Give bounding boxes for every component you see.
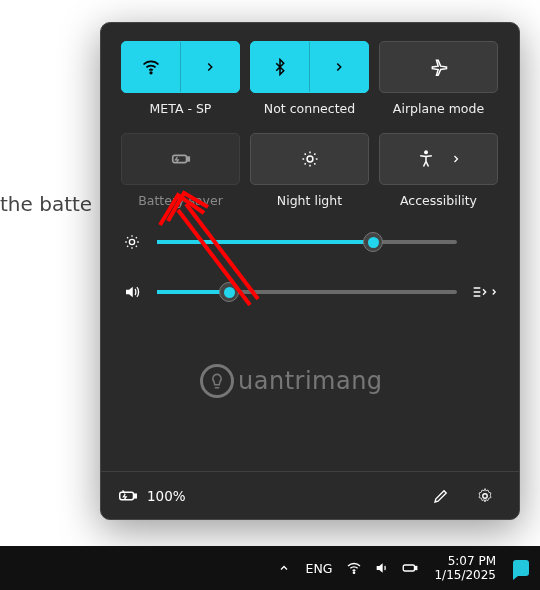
- svg-rect-13: [416, 567, 418, 570]
- airplane-label: Airplane mode: [379, 101, 498, 119]
- svg-point-0: [150, 72, 152, 74]
- svg-point-3: [307, 156, 313, 162]
- settings-button[interactable]: [467, 478, 503, 514]
- chevron-right-icon: [203, 60, 217, 74]
- night-light-label: Night light: [250, 193, 369, 211]
- svg-point-8: [483, 493, 488, 498]
- svg-rect-6: [120, 492, 134, 499]
- edit-quick-settings-button[interactable]: [423, 478, 459, 514]
- background-article-text: the batte: [0, 192, 92, 216]
- volume-row: [121, 283, 499, 301]
- speaker-icon: [121, 283, 143, 301]
- chevron-up-icon: [278, 562, 290, 574]
- bluetooth-toggle[interactable]: [251, 42, 310, 92]
- night-light-tile[interactable]: [250, 133, 369, 185]
- tiles-row-2-labels: Battery saver Night light Accessibility: [121, 193, 499, 211]
- taskbar: ENG 5:07 PM 1/15/2025: [0, 546, 540, 590]
- tiles-row-2: [121, 133, 499, 185]
- svg-point-4: [424, 151, 427, 154]
- svg-rect-2: [187, 157, 189, 161]
- tray-volume-button[interactable]: [370, 546, 394, 590]
- bluetooth-icon: [271, 58, 289, 76]
- wifi-icon: [141, 57, 161, 77]
- svg-rect-1: [172, 155, 186, 162]
- pencil-icon: [432, 487, 450, 505]
- accessibility-icon: [416, 149, 436, 169]
- battery-icon: [401, 559, 419, 577]
- tray-battery-button[interactable]: [398, 546, 422, 590]
- battery-saver-icon: [170, 148, 192, 170]
- svg-point-11: [354, 572, 355, 573]
- battery-status[interactable]: 100%: [117, 485, 186, 507]
- battery-charging-icon: [117, 485, 139, 507]
- svg-point-5: [129, 239, 134, 244]
- tray-wifi-button[interactable]: [342, 546, 366, 590]
- wifi-expand[interactable]: [181, 42, 239, 92]
- audio-output-expand[interactable]: [471, 284, 499, 300]
- brightness-icon: [121, 233, 143, 251]
- speaker-icon: [374, 560, 390, 576]
- volume-slider[interactable]: [157, 290, 457, 294]
- brightness-slider[interactable]: [157, 240, 457, 244]
- notifications-button[interactable]: [508, 546, 532, 590]
- tiles-row-1: [121, 41, 499, 93]
- slider-section: [121, 233, 499, 301]
- night-light-icon: [300, 149, 320, 169]
- tray-overflow-button[interactable]: [272, 546, 296, 590]
- wifi-toggle[interactable]: [122, 42, 181, 92]
- taskbar-time: 5:07 PM: [434, 554, 496, 568]
- battery-saver-label: Battery saver: [121, 193, 240, 211]
- accessibility-label: Accessibility: [379, 193, 498, 211]
- taskbar-date: 1/15/2025: [434, 568, 496, 582]
- svg-rect-7: [134, 494, 136, 498]
- battery-percent-label: 100%: [147, 488, 186, 504]
- airplane-mode-tile[interactable]: [379, 41, 498, 93]
- tiles-row-1-labels: META - SP Not connected Airplane mode: [121, 101, 499, 119]
- wifi-tile[interactable]: [121, 41, 240, 93]
- language-indicator[interactable]: ENG: [300, 561, 339, 576]
- panel-bottom-bar: 100%: [101, 471, 519, 519]
- bluetooth-tile[interactable]: [250, 41, 369, 93]
- wifi-label: META - SP: [121, 101, 240, 119]
- battery-saver-tile[interactable]: [121, 133, 240, 185]
- svg-rect-12: [404, 565, 415, 571]
- bluetooth-label: Not connected: [250, 101, 369, 119]
- chevron-right-icon: [332, 60, 346, 74]
- notification-icon: [513, 560, 529, 576]
- wifi-icon: [346, 560, 362, 576]
- gear-icon: [476, 487, 494, 505]
- bluetooth-expand[interactable]: [310, 42, 368, 92]
- chevron-right-icon: [450, 153, 462, 165]
- brightness-row: [121, 233, 499, 251]
- airplane-icon: [429, 57, 449, 77]
- quick-settings-panel: META - SP Not connected Airplane mode Ba…: [100, 22, 520, 520]
- taskbar-clock[interactable]: 5:07 PM 1/15/2025: [426, 554, 504, 583]
- accessibility-tile[interactable]: [379, 133, 498, 185]
